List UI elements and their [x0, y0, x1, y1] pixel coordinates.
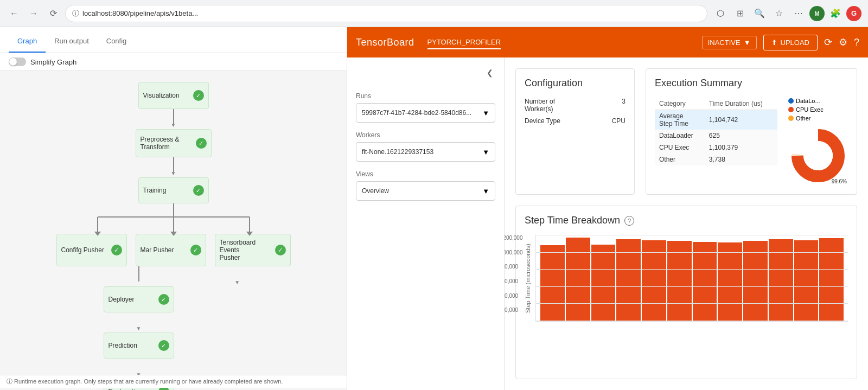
- browser-chrome: ← → ⟳ ⓘ localhost:8080/pipeline/apis/v1b…: [0, 0, 868, 27]
- exec-legend: DataLo... CPU Exec Other: [788, 98, 824, 122]
- tab-run-output[interactable]: Run output: [46, 30, 98, 53]
- inactive-dropdown[interactable]: INACTIVE ▼: [702, 36, 757, 49]
- tb-content: ❮ Runs 59987c7f-41b7-4284-bde2-5840d86..…: [347, 57, 868, 390]
- reload-button[interactable]: ⟳: [46, 6, 61, 21]
- left-panel: Graph Run output Config Simplify Graph V…: [0, 27, 347, 390]
- cast-icon[interactable]: ⬡: [712, 5, 729, 22]
- y-label-1000: 1,000,000: [505, 250, 523, 255]
- avatar-m: M: [809, 6, 825, 21]
- runs-select[interactable]: 59987c7f-41b7-4284-bde2-5840d86... ▼: [356, 103, 495, 123]
- right-panel: TensorBoard PYTORCH_PROFILER INACTIVE ▼ …: [347, 27, 868, 390]
- node-tensorboard-pusher[interactable]: Tensorboard EventsPusher ✓: [215, 234, 291, 266]
- forward-button[interactable]: →: [26, 6, 41, 21]
- workers-label: Workers: [356, 131, 495, 139]
- config-workers-label: Number ofWorker(s): [525, 98, 555, 113]
- config-device-label: Device Type: [525, 117, 560, 125]
- connector-3: [138, 266, 139, 282]
- exec-cpuexec-value: 1,100,379: [705, 142, 777, 154]
- extensions-icon[interactable]: ⋯: [790, 5, 807, 22]
- back-button[interactable]: ←: [7, 6, 22, 21]
- node-training[interactable]: Training ✓: [138, 177, 209, 203]
- node-config-pusher[interactable]: Confifg Pusher ✓: [56, 234, 127, 266]
- y-label-200: 200,000: [505, 307, 523, 313]
- node-prediction[interactable]: Prediction ✓: [104, 333, 174, 359]
- tb-main: Configuration Number ofWorker(s) 3 Devic…: [505, 57, 868, 390]
- tab-graph[interactable]: Graph: [9, 30, 46, 53]
- donut-svg: [788, 126, 848, 186]
- main-content: Graph Run output Config Simplify Graph V…: [0, 27, 868, 390]
- bar-1: [540, 245, 565, 321]
- dropdown-arrow-icon: ▼: [744, 39, 751, 47]
- bar-12: [819, 238, 844, 321]
- avatar-g: G: [846, 6, 861, 21]
- views-select[interactable]: Overview ▼: [356, 181, 495, 201]
- y-label-1200: 1,200,000: [505, 235, 523, 241]
- lock-icon: ⓘ: [72, 9, 79, 18]
- exec-inner: Category Time Duration (us) AverageStep …: [655, 98, 848, 186]
- node-config-pusher-label: Confifg Pusher: [61, 246, 104, 254]
- arrow-4: ▼: [136, 325, 142, 331]
- chart-area: Step Time (microseconds) 1,200,000 1,000…: [525, 235, 848, 322]
- address-bar[interactable]: ⓘ localhost:8080/pipeline/apis/v1beta...: [65, 5, 707, 22]
- graph-area[interactable]: Visualization ✓ ▼ Preprocess &Transform …: [0, 71, 347, 390]
- node-deployer[interactable]: Deployer ✓: [104, 286, 174, 312]
- views-dropdown-icon: ▼: [482, 187, 489, 195]
- grid-icon[interactable]: ⊞: [731, 5, 749, 22]
- breakdown-help-icon[interactable]: ?: [624, 216, 634, 226]
- tb-top-row: Configuration Number ofWorker(s) 3 Devic…: [515, 68, 857, 195]
- node-visualization-check: ✓: [193, 90, 204, 101]
- help-icon[interactable]: ?: [854, 37, 859, 48]
- legend-dot-dataloader: [788, 98, 794, 104]
- config-title: Configuration: [525, 78, 626, 89]
- upload-label: UPLOAD: [781, 39, 809, 47]
- svg-marker-3: [94, 232, 101, 236]
- bar-chart: [535, 235, 848, 322]
- views-label: Views: [356, 170, 495, 178]
- legend-label-dataloader: DataLo...: [796, 98, 820, 104]
- simplify-graph-label: Simplify Graph: [30, 58, 76, 66]
- runs-value: 59987c7f-41b7-4284-bde2-5840d86...: [362, 109, 471, 117]
- exec-table: Category Time Duration (us) AverageStep …: [655, 98, 777, 186]
- bar-5: [642, 240, 666, 321]
- node-preprocess[interactable]: Preprocess &Transform ✓: [136, 129, 212, 157]
- refresh-icon[interactable]: ⟳: [824, 36, 832, 48]
- workers-value: fit-None.1621229337153: [362, 148, 433, 156]
- node-preprocess-check: ✓: [196, 138, 207, 149]
- collapse-sidebar-button[interactable]: ❮: [484, 66, 495, 79]
- tab-config[interactable]: Config: [98, 30, 136, 53]
- arrow-2: ▼: [171, 170, 176, 176]
- node-visualization[interactable]: Visualization ✓: [138, 82, 209, 109]
- config-workers-value: 3: [622, 98, 626, 105]
- node-visualization-label: Visualization: [143, 92, 180, 99]
- node-training-label: Training: [143, 187, 167, 194]
- views-value: Overview: [362, 187, 389, 195]
- bookmark-icon[interactable]: ☆: [770, 5, 788, 22]
- exec-avg-label: AverageStep Time: [655, 110, 705, 130]
- breakdown-title: Step Time Breakdown ?: [525, 215, 848, 226]
- legend-dataloader: DataLo...: [788, 98, 824, 104]
- node-mar-pusher[interactable]: Mar Pusher ✓: [136, 234, 206, 266]
- bar-4: [616, 239, 641, 321]
- workers-select[interactable]: fit-None.1621229337153 ▼: [356, 142, 495, 162]
- node-explanation-label: Explanation: [108, 388, 143, 390]
- tb-header: TensorBoard PYTORCH_PROFILER INACTIVE ▼ …: [347, 27, 868, 57]
- exec-row-dataloader: DataLoader 625: [655, 130, 777, 142]
- left-toolbar: Simplify Graph: [0, 53, 347, 71]
- node-mar-pusher-check: ✓: [190, 245, 201, 255]
- step-time-breakdown-card: Step Time Breakdown ? Step Time (microse…: [515, 206, 857, 379]
- node-tensorboard-pusher-check: ✓: [275, 245, 286, 255]
- upload-button[interactable]: ⬆ UPLOAD: [763, 35, 818, 50]
- svg-point-11: [803, 141, 833, 170]
- browser-actions: ⬡ ⊞ 🔍 ☆ ⋯ M 🧩 G: [712, 5, 861, 22]
- bar-chart-wrapper: 1,200,000 1,000,000 800,000 600,000 400,…: [535, 235, 848, 322]
- node-deployer-label: Deployer: [108, 296, 135, 303]
- zoom-icon[interactable]: 🔍: [751, 5, 768, 22]
- node-deployer-check: ✓: [158, 294, 169, 305]
- tb-nav-pytorch[interactable]: PYTORCH_PROFILER: [427, 36, 501, 49]
- bottom-note: ⓘ Runtime execution graph. Only steps th…: [0, 375, 347, 388]
- puzzle-icon[interactable]: 🧩: [827, 5, 844, 22]
- workers-section: Workers fit-None.1621229337153 ▼: [356, 131, 495, 162]
- config-row-workers: Number ofWorker(s) 3: [525, 98, 626, 113]
- simplify-graph-toggle[interactable]: [9, 57, 26, 66]
- settings-icon[interactable]: ⚙: [839, 36, 847, 48]
